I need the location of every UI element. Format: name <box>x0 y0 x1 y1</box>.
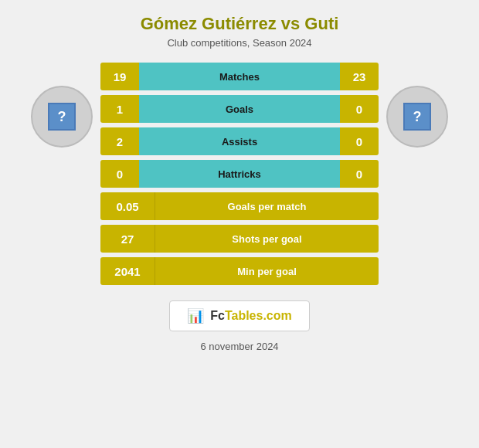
page-subtitle: Club competitions, Season 2024 <box>167 37 311 49</box>
stat-left-matches: 19 <box>100 63 139 90</box>
stats-area: 19 Matches 23 1 Goals 0 2 Assists 0 0 Ha… <box>100 63 379 285</box>
avatar-question-left: ? <box>48 103 76 131</box>
stat-row-hattricks: 0 Hattricks 0 <box>100 160 379 188</box>
stat-row-shots-per-goal: 27 Shots per goal <box>100 225 379 253</box>
stat-label-goals-per-match: Goals per match <box>155 192 379 220</box>
stat-row-min-per-goal: 2041 Min per goal <box>100 257 379 285</box>
stat-label-assists: Assists <box>139 127 340 155</box>
stat-left-hattricks: 0 <box>100 160 139 188</box>
stat-row-goals: 1 Goals 0 <box>100 95 379 123</box>
comparison-area: ? 19 Matches 23 1 Goals 0 2 Assists 0 0 <box>8 63 471 285</box>
avatar-circle-right: ? <box>386 86 448 148</box>
stat-val-shots-per-goal: 27 <box>100 225 155 253</box>
avatar-right: ? <box>379 63 456 148</box>
stat-row-goals-per-match: 0.05 Goals per match <box>100 192 379 220</box>
page-title: Gómez Gutiérrez vs Guti <box>141 14 339 34</box>
stat-left-assists: 2 <box>100 127 139 155</box>
stat-right-hattricks: 0 <box>340 160 379 188</box>
stat-val-goals-per-match: 0.05 <box>100 192 155 220</box>
stat-val-min-per-goal: 2041 <box>100 257 155 285</box>
page-wrapper: Gómez Gutiérrez vs Guti Club competition… <box>0 0 479 448</box>
avatar-question-right: ? <box>403 103 431 131</box>
stat-right-goals: 0 <box>340 95 379 123</box>
stat-label-goals: Goals <box>139 95 340 123</box>
stat-left-goals: 1 <box>100 95 139 123</box>
stat-row-matches: 19 Matches 23 <box>100 63 379 90</box>
date-footer: 6 november 2024 <box>200 341 278 352</box>
fctables-logo[interactable]: 📊 FcTables.com <box>169 300 310 331</box>
stat-row-assists: 2 Assists 0 <box>100 127 379 155</box>
avatar-circle-left: ? <box>31 86 93 148</box>
stat-label-min-per-goal: Min per goal <box>155 257 379 285</box>
stat-label-hattricks: Hattricks <box>139 160 340 188</box>
fctables-text: FcTables.com <box>210 309 292 323</box>
stat-label-matches: Matches <box>139 63 340 90</box>
stat-right-assists: 0 <box>340 127 379 155</box>
stat-label-shots-per-goal: Shots per goal <box>155 225 379 253</box>
stat-right-matches: 23 <box>340 63 379 90</box>
avatar-left: ? <box>23 63 100 148</box>
fctables-chart-icon: 📊 <box>187 307 204 324</box>
